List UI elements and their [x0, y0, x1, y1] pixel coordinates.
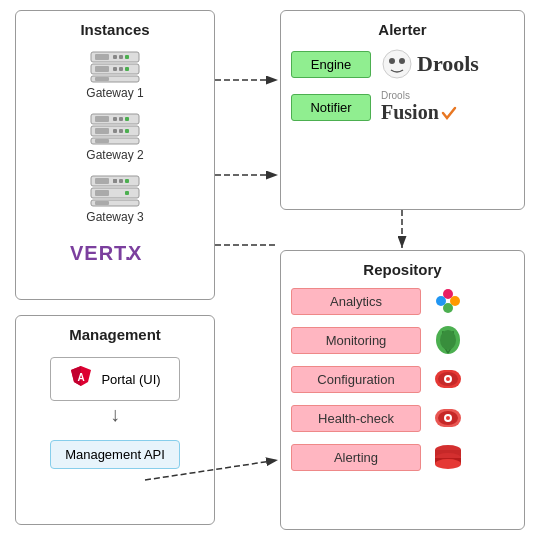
drools-fusion-prefix: Drools	[381, 90, 457, 101]
gateway-1-label: Gateway 1	[86, 86, 143, 100]
server-icon-2	[89, 112, 141, 146]
svg-point-49	[440, 330, 456, 350]
notifier-button: Notifier	[291, 94, 371, 121]
drools-fusion-label: Fusion	[381, 101, 439, 124]
alerting-button: Alerting	[291, 444, 421, 471]
repository-box: Repository Analytics Monitoring	[280, 250, 525, 530]
svg-point-53	[446, 377, 450, 381]
svg-rect-25	[95, 178, 109, 184]
svg-point-62	[435, 459, 461, 469]
svg-rect-21	[125, 129, 129, 133]
svg-rect-6	[95, 66, 109, 72]
svg-rect-31	[113, 179, 117, 183]
engine-button: Engine	[291, 51, 371, 78]
svg-rect-1	[95, 54, 109, 60]
gateway-2-group: Gateway 2	[86, 112, 143, 162]
analytics-icon	[431, 284, 465, 318]
portal-box: A Portal (UI)	[50, 357, 180, 401]
drools-label: Drools	[417, 51, 479, 77]
alerter-engine-row: Engine Drools	[291, 48, 514, 80]
svg-point-42	[389, 58, 395, 64]
gateway-2-label: Gateway 2	[86, 148, 143, 162]
svg-rect-30	[95, 190, 109, 196]
svg-point-57	[446, 416, 450, 420]
svg-rect-14	[113, 117, 117, 121]
angular-icon: A	[69, 364, 93, 394]
repo-row-3: Health-check	[291, 401, 514, 435]
drools-brand: Drools	[381, 48, 479, 80]
svg-rect-11	[95, 77, 109, 81]
svg-rect-7	[113, 67, 117, 71]
svg-rect-33	[125, 191, 129, 195]
svg-point-41	[383, 50, 411, 78]
svg-rect-19	[113, 129, 117, 133]
drools-fusion-brand: Drools Fusion	[381, 90, 457, 124]
portal-label: Portal (UI)	[101, 372, 160, 387]
alerting-icon	[431, 440, 465, 474]
svg-rect-35	[95, 201, 109, 205]
gateway-3-group: Gateway 3	[86, 174, 143, 224]
svg-rect-20	[119, 129, 123, 133]
alerter-notifier-row: Notifier Drools Fusion	[291, 90, 514, 124]
svg-rect-32	[119, 179, 123, 183]
svg-point-47	[436, 296, 446, 306]
svg-rect-4	[125, 55, 129, 59]
management-title: Management	[69, 326, 161, 343]
monitoring-icon	[431, 323, 465, 357]
repo-row-4: Alerting	[291, 440, 514, 474]
alerter-box: Alerter Engine Drools Notifier Drools Fu…	[280, 10, 525, 210]
configuration-button: Configuration	[291, 366, 421, 393]
vertx-logo: VERT. X	[70, 238, 160, 271]
management-box: Management A Portal (UI) ↓ Management AP…	[15, 315, 215, 525]
svg-text:VERT.: VERT.	[70, 242, 132, 264]
svg-rect-3	[119, 55, 123, 59]
healthcheck-icon	[431, 401, 465, 435]
svg-rect-23	[95, 139, 109, 143]
configuration-icon	[431, 362, 465, 396]
monitoring-button: Monitoring	[291, 327, 421, 354]
analytics-button: Analytics	[291, 288, 421, 315]
mgmt-api-box: Management API	[50, 440, 180, 469]
instances-box: Instances Gateway 1	[15, 10, 215, 300]
fusion-check-icon	[441, 105, 457, 121]
svg-text:X: X	[128, 242, 142, 264]
svg-rect-28	[125, 179, 129, 183]
repository-title: Repository	[291, 261, 514, 278]
down-arrow-portal: ↓	[110, 403, 120, 426]
svg-rect-18	[95, 128, 109, 134]
svg-rect-16	[125, 117, 129, 121]
instances-title: Instances	[80, 21, 149, 38]
mgmt-api-label: Management API	[65, 447, 165, 462]
svg-rect-8	[119, 67, 123, 71]
server-icon-1	[89, 50, 141, 84]
svg-rect-9	[125, 67, 129, 71]
gateway-1-group: Gateway 1	[86, 50, 143, 100]
svg-rect-15	[119, 117, 123, 121]
svg-rect-2	[113, 55, 117, 59]
svg-text:A: A	[78, 372, 85, 383]
diagram: Instances Gateway 1	[0, 0, 544, 545]
svg-point-43	[399, 58, 405, 64]
repo-row-2: Configuration	[291, 362, 514, 396]
server-icon-3	[89, 174, 141, 208]
repo-row-1: Monitoring	[291, 323, 514, 357]
repo-row-0: Analytics	[291, 284, 514, 318]
alerter-title: Alerter	[291, 21, 514, 38]
healthcheck-button: Health-check	[291, 405, 421, 432]
drools-icon	[381, 48, 413, 80]
svg-rect-13	[95, 116, 109, 122]
gateway-3-label: Gateway 3	[86, 210, 143, 224]
